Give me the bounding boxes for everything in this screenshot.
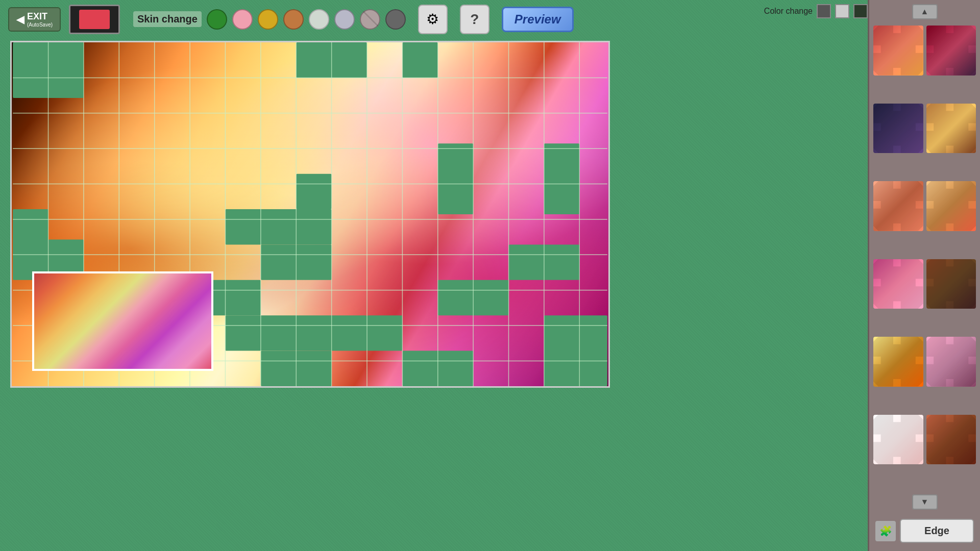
color-swatch-inner [79,10,110,29]
skin-dot-brown[interactable] [283,9,304,30]
exit-sublabel: (AutoSave) [27,22,53,28]
sidebar-piece-7[interactable] [873,259,923,309]
sidebar-piece-8[interactable] [926,259,976,309]
color-change-label: Color change [764,7,813,16]
color-swatch[interactable] [69,5,120,34]
sidebar-down-arrow[interactable]: ▼ [912,494,938,510]
color-square-lightgray[interactable] [835,4,849,18]
skin-dot-lightgray[interactable] [309,9,329,30]
top-bar: ◀ EXIT (AutoSave) Skin change ⚙ ? Previe… [0,0,980,38]
preview-thumbnail-inner [34,273,211,369]
exit-label: EXIT [27,11,47,21]
settings-button[interactable]: ⚙ [418,5,448,34]
exit-arrow-icon: ◀ [16,13,24,26]
skin-dot-gold[interactable] [258,9,278,30]
skin-dot-xpattern[interactable] [360,9,380,30]
down-arrow-icon: ▼ [921,497,929,507]
puzzle-area[interactable] [10,41,610,388]
pieces-container [871,23,978,491]
skin-dot-dark[interactable] [385,9,406,30]
color-square-darkgreen[interactable] [853,4,868,18]
sidebar-piece-9[interactable] [873,337,923,387]
preview-button[interactable]: Preview [502,7,574,32]
sidebar-piece-5[interactable] [873,181,923,231]
up-arrow-icon: ▲ [921,7,929,16]
sidebar-piece-2[interactable] [926,26,976,76]
sidebar-up-arrow[interactable]: ▲ [912,4,938,19]
skin-dot-green[interactable] [207,9,227,30]
help-icon: ? [470,11,479,28]
color-change-area: Color change [764,4,868,18]
help-button[interactable]: ? [460,5,489,34]
sidebar-piece-10[interactable] [926,337,976,387]
exit-button[interactable]: ◀ EXIT (AutoSave) [8,7,61,32]
sidebar-piece-4[interactable] [926,104,976,154]
exit-text: EXIT (AutoSave) [27,11,53,28]
settings-icon: ⚙ [426,11,439,28]
skin-change-area: Skin change [133,9,406,30]
edge-icon: 🧩 [875,521,896,541]
skin-change-label: Skin change [133,11,202,27]
edge-button[interactable]: Edge [900,519,974,543]
right-sidebar: ▲ ▼ 🧩 Edge [868,0,980,551]
color-square-darkgray[interactable] [817,4,831,18]
preview-thumbnail [32,271,213,371]
skin-dot-pink[interactable] [232,9,253,30]
sidebar-piece-6[interactable] [926,181,976,231]
sidebar-piece-1[interactable] [873,26,923,76]
skin-dot-silver[interactable] [334,9,355,30]
edge-section: 🧩 Edge [871,515,978,547]
sidebar-piece-11[interactable] [873,415,923,465]
sidebar-piece-3[interactable] [873,104,923,154]
puzzle-piece-icon: 🧩 [879,525,892,537]
sidebar-piece-12[interactable] [926,415,976,465]
